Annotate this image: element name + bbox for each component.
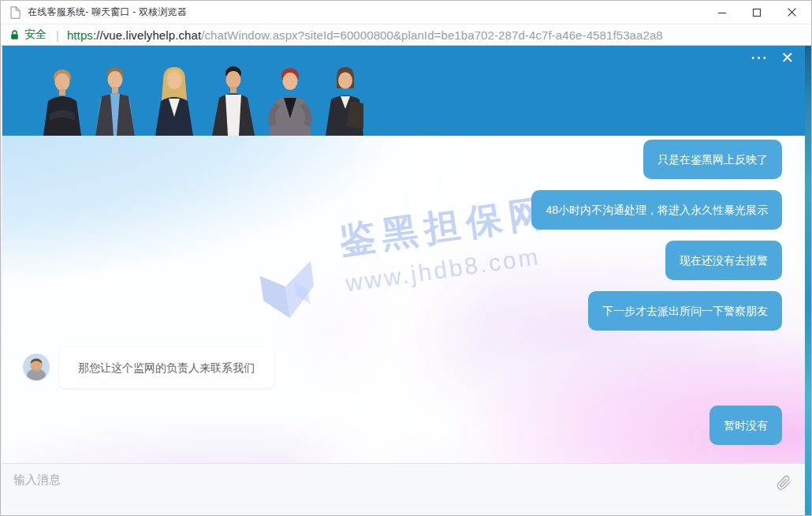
chat-window: ⋯ ✕ 鉴黑担保网 www.jhdb8.com [2,46,805,515]
chat-header: ⋯ ✕ [2,46,805,136]
page-content: ⋯ ✕ 鉴黑担保网 www.jhdb8.com [1,46,811,515]
lock-icon [10,29,19,40]
chat-body: 鉴黑担保网 www.jhdb8.com 只是在鉴黑网上反映了 48小时内不沟通处… [2,136,805,463]
close-window-button[interactable] [786,7,797,18]
close-icon [787,7,797,17]
minimize-button[interactable] [717,7,728,18]
agent-message: 48小时内不沟通处理，将进入永久性暴光展示 [531,190,782,230]
chat-input-area [2,463,805,515]
address-separator: | [56,28,59,42]
message-input[interactable] [2,464,805,515]
chat-header-controls: ⋯ ✕ [750,50,794,65]
agent-message: 下一步才去派出所问一下警察朋友 [588,291,782,331]
support-team-photo [32,46,363,136]
maximize-icon [752,8,762,17]
agent-message: 暂时没有 [710,406,782,445]
url-host: ://vue.livelyhelp.chat [93,28,201,42]
browser-titlebar: 在线客服系统- 聊天窗口 - 双核浏览器 [1,1,811,24]
visitor-avatar [23,353,50,380]
url-scheme: https [67,28,93,42]
security-label: 安全 [24,28,47,42]
window-controls [717,7,803,18]
page-icon [10,6,20,19]
address-bar: 安全 | https://vue.livelyhelp.chat/chatWin… [1,24,811,46]
agent-message: 只是在鉴黑网上反映了 [643,140,782,179]
visitor-message-row: 那您让这个监网的负责人来联系我们 [23,347,274,388]
chat-close-button[interactable]: ✕ [780,50,794,65]
window-title: 在线客服系统- 聊天窗口 - 双核浏览器 [28,6,187,19]
maximize-button[interactable] [751,7,762,18]
chat-menu-button[interactable]: ⋯ [750,50,768,65]
visitor-avatar-image [23,353,50,380]
desktop-edge-right [805,46,811,515]
browser-window: 在线客服系统- 聊天窗口 - 双核浏览器 安全 | https://vue.li… [0,0,812,516]
url-path: /chatWindow.aspx?siteId=60000800&planId=… [201,28,663,42]
agent-message: 现在还没有去报警 [665,241,782,280]
url-text[interactable]: https://vue.livelyhelp.chat/chatWindow.a… [67,28,663,42]
attachment-icon[interactable] [775,473,794,492]
security-chip[interactable]: 安全 [10,28,47,42]
minimize-icon [717,8,727,17]
message-list: 只是在鉴黑网上反映了 48小时内不沟通处理，将进入永久性暴光展示 现在还没有去报… [2,136,805,463]
visitor-message: 那您让这个监网的负责人来联系我们 [59,347,274,388]
